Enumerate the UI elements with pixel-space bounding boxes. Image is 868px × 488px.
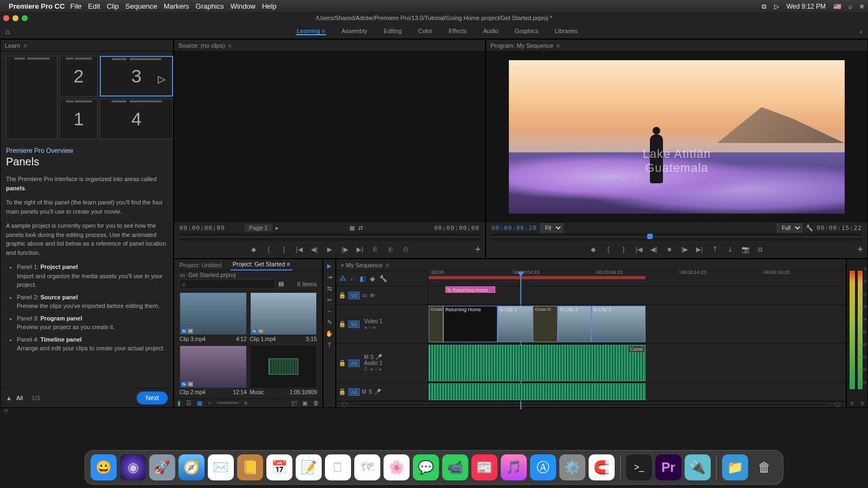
thumb-view-icon[interactable]: ▦: [197, 400, 202, 407]
airplay-icon[interactable]: ▷: [774, 3, 779, 10]
sort-icon[interactable]: ≡: [244, 400, 247, 406]
button-editor-icon[interactable]: +: [475, 244, 481, 255]
source-page[interactable]: Page 1: [245, 224, 272, 232]
menu-clip[interactable]: Clip: [107, 2, 119, 10]
dock-trash-icon[interactable]: 🗑: [751, 454, 777, 480]
dock-news-icon[interactable]: 📰: [471, 454, 497, 480]
title-clip[interactable]: fx Returning Home: [445, 286, 495, 293]
learn-all[interactable]: All: [16, 395, 23, 401]
eye-icon[interactable]: ▭: [362, 292, 367, 299]
dock-premiere-icon[interactable]: Pr: [655, 454, 681, 480]
dock-calendar-icon[interactable]: 📅: [266, 454, 292, 480]
expand-icon[interactable]: ▲: [6, 395, 12, 401]
selection-tool-icon[interactable]: ▶: [327, 262, 331, 269]
trash-icon[interactable]: 🗑: [313, 400, 319, 406]
track-v1-label[interactable]: V1: [348, 320, 360, 328]
panel-menu-icon[interactable]: ≡: [228, 42, 232, 49]
dock-magnet-icon[interactable]: 🧲: [589, 454, 615, 480]
program-scrubber[interactable]: [492, 233, 862, 241]
timeline-zoom-slider[interactable]: [353, 403, 829, 406]
bin-item[interactable]: fxHClip 2.mp412:14: [180, 345, 247, 395]
dock-downloads-icon[interactable]: 📁: [722, 454, 748, 480]
dock-mail-icon[interactable]: ✉️: [208, 454, 234, 480]
bin-icon[interactable]: ▭: [180, 272, 185, 279]
learn-next-button[interactable]: Next: [137, 391, 168, 404]
grid-icon[interactable]: ▦: [349, 224, 355, 232]
export-frame-icon[interactable]: ⎙: [402, 246, 410, 253]
marker-icon[interactable]: ◆: [590, 246, 597, 253]
lock-icon[interactable]: 🔒: [339, 359, 346, 367]
goto-in-icon[interactable]: |◀: [296, 246, 303, 253]
dock-terminal-icon[interactable]: >_: [626, 454, 652, 480]
step-back-icon[interactable]: ◀|: [311, 246, 318, 253]
in-icon[interactable]: {: [265, 246, 273, 253]
mute-icon[interactable]: M: [364, 354, 368, 360]
ws-learning[interactable]: Learning ≡: [296, 28, 326, 35]
timeline-tab[interactable]: × My Sequence: [341, 262, 382, 268]
filter-icon[interactable]: ▤: [278, 280, 284, 287]
menu-icon[interactable]: ≡: [860, 3, 864, 10]
marker-icon[interactable]: ◆: [250, 246, 258, 253]
stop-icon[interactable]: ■: [666, 246, 673, 253]
menu-graphics[interactable]: Graphics: [196, 2, 224, 10]
transition-clip[interactable]: Cross: [429, 306, 443, 342]
spotlight-icon[interactable]: ⌕: [848, 3, 852, 10]
slip-tool-icon[interactable]: ↔: [327, 308, 333, 314]
source-tc-in[interactable]: 00;00;00;00: [180, 224, 225, 232]
solo-icon[interactable]: S: [370, 354, 374, 360]
source-tab[interactable]: Source: (no clips): [178, 42, 225, 49]
zoom-out-icon[interactable]: [342, 402, 347, 407]
screen-icon[interactable]: ⧉: [762, 3, 767, 10]
ws-effects[interactable]: Effects: [448, 28, 468, 35]
voice-icon[interactable]: 🎤: [374, 389, 381, 395]
dock-photos-icon[interactable]: 🌸: [384, 454, 410, 480]
wrench-icon[interactable]: 🔧: [806, 224, 813, 232]
freeform-icon[interactable]: ○: [208, 400, 212, 406]
bin-item[interactable]: Music1:05:10909: [250, 345, 317, 395]
dock-plugin-icon[interactable]: 🔌: [685, 454, 711, 480]
audio-clip[interactable]: Const: [429, 345, 646, 381]
bin-item[interactable]: fxHClip 1.mp45:15: [250, 292, 317, 342]
lock-icon[interactable]: 🔒: [339, 292, 346, 299]
video-clip[interactable]: fx Clip 3: [558, 306, 591, 342]
dock-reminders-icon[interactable]: 🗒: [325, 454, 351, 480]
panel-menu-icon[interactable]: ≡: [557, 42, 560, 49]
razor-tool-icon[interactable]: ✂: [327, 297, 332, 304]
source-scrubber[interactable]: [180, 233, 480, 241]
mute-icon[interactable]: M: [362, 389, 366, 395]
graphic-clip[interactable]: Returning Home: [443, 306, 497, 342]
solo-l[interactable]: S: [850, 401, 853, 406]
audio-clip[interactable]: [429, 383, 646, 400]
swap-icon[interactable]: ⇄: [358, 224, 363, 232]
flag-icon[interactable]: 🇺🇸: [833, 3, 841, 10]
dock-safari-icon[interactable]: 🧭: [178, 454, 205, 480]
track-select-tool-icon[interactable]: ⇥: [327, 274, 332, 281]
step-back-icon[interactable]: ◀|: [650, 246, 658, 253]
goto-in-icon[interactable]: |◀: [635, 246, 643, 253]
track-a2-label[interactable]: A2: [348, 388, 360, 396]
panel-menu-icon[interactable]: ≡: [386, 262, 389, 268]
dock-appstore-icon[interactable]: Ⓐ: [530, 454, 556, 480]
goto-out-icon[interactable]: ▶|: [696, 246, 704, 253]
project-tab-untitled[interactable]: Project: Untitled: [177, 260, 224, 271]
type-tool-icon[interactable]: T: [328, 342, 331, 348]
menu-help[interactable]: Help: [262, 2, 277, 10]
goto-out-icon[interactable]: ▶|: [356, 246, 364, 253]
menu-markers[interactable]: Markers: [164, 2, 189, 10]
minimize-window[interactable]: [12, 15, 18, 21]
menu-file[interactable]: File: [70, 2, 81, 10]
solo-r[interactable]: S: [860, 401, 864, 406]
program-tc[interactable]: 00:00:06:20: [492, 224, 537, 232]
ws-color[interactable]: Color: [417, 28, 433, 35]
workspace-overflow-icon[interactable]: »: [859, 28, 863, 35]
step-fwd-icon[interactable]: |▶: [341, 246, 349, 253]
home-icon[interactable]: ⌂: [0, 27, 15, 36]
timeline-clips-area[interactable]: fx Returning Home Cross Returning Home f…: [429, 286, 846, 401]
compare-icon[interactable]: ⧉: [757, 246, 764, 253]
dock-notes-icon[interactable]: 📝: [296, 454, 322, 480]
ws-audio[interactable]: Audio: [482, 28, 499, 35]
program-monitor[interactable]: Lake Atitlán Guatemala: [486, 52, 867, 222]
snap-icon[interactable]: ⁂: [340, 275, 346, 282]
lock-icon[interactable]: 🔒: [339, 320, 346, 328]
dock-finder-icon[interactable]: 😀: [91, 454, 117, 480]
